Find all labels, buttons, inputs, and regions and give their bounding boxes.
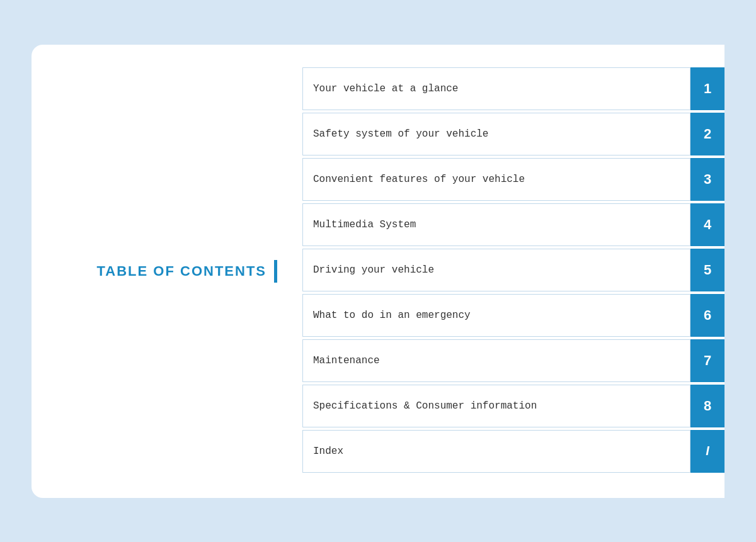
toc-item-number: 6 [690,294,724,337]
page-container: TABLE OF CONTENTS Your vehicle at a glan… [0,0,756,542]
toc-item-label: Multimedia System [302,203,690,246]
toc-item-label: Convenient features of your vehicle [302,158,690,201]
toc-item-number: 5 [690,249,724,291]
toc-item-label: Index [302,430,690,473]
toc-item-number: 1 [690,67,724,110]
table-row[interactable]: Safety system of your vehicle2 [302,113,724,155]
toc-heading: TABLE OF CONTENTS [97,263,266,279]
toc-item-number: 2 [690,113,724,155]
toc-item-label: Safety system of your vehicle [302,113,690,155]
table-row[interactable]: Convenient features of your vehicle3 [302,158,724,201]
toc-item-number: 3 [690,158,724,201]
table-row[interactable]: Your vehicle at a glance1 [302,67,724,110]
toc-item-label: Maintenance [302,339,690,382]
table-row[interactable]: Specifications & Consumer information8 [302,385,724,427]
table-row[interactable]: Maintenance7 [302,339,724,382]
toc-item-label: Your vehicle at a glance [302,67,690,110]
table-row[interactable]: Driving your vehicle5 [302,249,724,291]
toc-item-number: I [690,430,724,473]
toc-item-label: Driving your vehicle [302,249,690,291]
toc-title-wrapper: TABLE OF CONTENTS [97,260,277,283]
table-row[interactable]: IndexI [302,430,724,473]
left-panel: TABLE OF CONTENTS [32,45,302,498]
toc-item-number: 8 [690,385,724,427]
toc-card: TABLE OF CONTENTS Your vehicle at a glan… [32,45,724,498]
toc-item-label: What to do in an emergency [302,294,690,337]
toc-item-label: Specifications & Consumer information [302,385,690,427]
table-row[interactable]: Multimedia System4 [302,203,724,246]
toc-item-number: 4 [690,203,724,246]
table-row[interactable]: What to do in an emergency6 [302,294,724,337]
toc-item-number: 7 [690,339,724,382]
toc-bar-accent [274,260,277,283]
toc-list: Your vehicle at a glance1Safety system o… [302,45,724,498]
